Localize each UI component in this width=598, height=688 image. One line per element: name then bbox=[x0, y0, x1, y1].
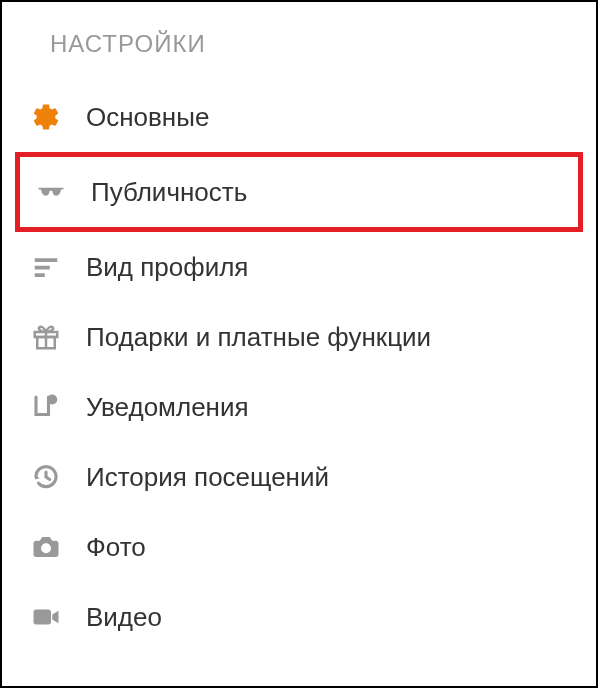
history-icon bbox=[28, 459, 64, 495]
svg-rect-1 bbox=[35, 266, 50, 270]
video-icon bbox=[28, 599, 64, 635]
menu-item-video[interactable]: Видео bbox=[20, 582, 578, 652]
menu-label: Уведомления bbox=[86, 392, 249, 423]
sunglasses-icon bbox=[33, 174, 69, 210]
camera-icon bbox=[28, 529, 64, 565]
menu-item-notifications[interactable]: Уведомления bbox=[20, 372, 578, 442]
profile-view-icon bbox=[28, 249, 64, 285]
menu-label: Публичность bbox=[91, 177, 247, 208]
gift-icon bbox=[28, 319, 64, 355]
menu-label: Видео bbox=[86, 602, 162, 633]
menu-item-gifts[interactable]: Подарки и платные функции bbox=[20, 302, 578, 372]
menu-item-history[interactable]: История посещений bbox=[20, 442, 578, 512]
svg-rect-0 bbox=[35, 258, 58, 262]
menu-label: Основные bbox=[86, 102, 209, 133]
menu-label: Подарки и платные функции bbox=[86, 322, 431, 353]
svg-point-6 bbox=[47, 395, 57, 405]
settings-header: НАСТРОЙКИ bbox=[20, 2, 578, 82]
settings-container: НАСТРОЙКИ Основные Публичность Вид профи… bbox=[2, 2, 596, 652]
svg-rect-2 bbox=[35, 273, 45, 277]
gear-icon bbox=[28, 99, 64, 135]
menu-item-general[interactable]: Основные bbox=[20, 82, 578, 152]
page-title: НАСТРОЙКИ bbox=[50, 30, 578, 58]
notifications-icon bbox=[28, 389, 64, 425]
menu-item-profile-view[interactable]: Вид профиля bbox=[20, 232, 578, 302]
menu-label: История посещений bbox=[86, 462, 329, 493]
menu-label: Вид профиля bbox=[86, 252, 248, 283]
menu-item-publicity[interactable]: Публичность bbox=[15, 152, 583, 232]
menu-item-photo[interactable]: Фото bbox=[20, 512, 578, 582]
menu-label: Фото bbox=[86, 532, 146, 563]
